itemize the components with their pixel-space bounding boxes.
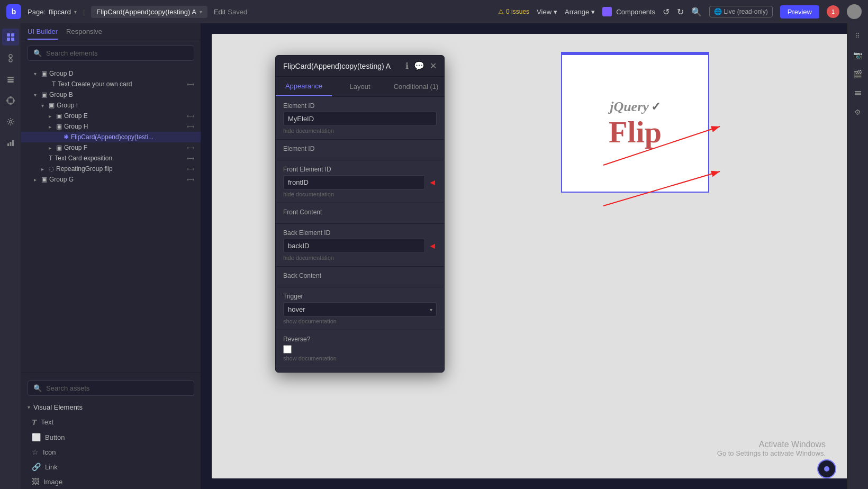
topbar-right: ⚠ 0 issues View ▾ Arrange ▾ Components ↺…	[498, 4, 862, 19]
logo: b	[6, 4, 21, 19]
visual-elements-header[interactable]: ▾ Visual Elements	[28, 400, 194, 414]
search-assets-box: 🔍	[28, 381, 194, 396]
right-icon-dots[interactable]: ⠿	[849, 28, 866, 44]
image-icon: 🖼	[32, 477, 39, 486]
activate-windows: Activate Windows Go to Settings to activ…	[717, 440, 826, 457]
tree-item-group-f[interactable]: ▸ ▣ Group F ⟷	[21, 142, 201, 153]
svg-rect-9	[7, 81, 14, 83]
edit-saved-status: Edit Saved	[214, 8, 247, 16]
arrange-button[interactable]: Arrange ▾	[565, 8, 595, 16]
prop-element-id: Element ID hide documentation	[276, 97, 444, 140]
svg-rect-8	[7, 79, 14, 80]
back-element-id-input[interactable]	[283, 239, 425, 253]
avatar[interactable]	[847, 4, 862, 19]
tree-item-group-g[interactable]: ▸ ▣ Group G ⟷	[21, 174, 201, 185]
notification-badge[interactable]: 1	[827, 5, 839, 18]
prop-reverse: Reverse? show documentation	[276, 330, 444, 367]
sidebar-item-db[interactable]	[2, 71, 19, 88]
right-icon-settings[interactable]: ⚙	[849, 104, 866, 121]
group-icon: ▣	[41, 91, 47, 98]
components-button[interactable]: Components	[602, 7, 655, 16]
sidebar-item-ui[interactable]	[2, 29, 19, 46]
chevron-down-icon[interactable]: ▾	[74, 9, 77, 15]
element-icon[interactable]: ☆ Icon	[28, 445, 194, 459]
sidebar-item-plugins[interactable]	[2, 92, 19, 109]
star-icon: ☆	[32, 448, 39, 456]
tree-item-group-h[interactable]: ▸ ▣ Group H ⟷	[21, 121, 201, 132]
group-icon: ▣	[49, 102, 55, 109]
tree-item-flipcard[interactable]: ✱ FlipCard(Append)copy(testi...	[21, 132, 201, 142]
svg-rect-14	[12, 140, 14, 146]
activate-sub: Go to Settings to activate Windows.	[717, 449, 826, 457]
front-element-id-input[interactable]	[283, 175, 425, 189]
show-doc-reverse[interactable]: show documentation	[283, 355, 437, 361]
canvas-area: jQuery ✓ Flip FlipCard(Append)copy(testi…	[201, 23, 868, 489]
component-selector[interactable]: FlipCard(Append)copy(testing) A ▾	[91, 6, 207, 18]
tree-item-text-card[interactable]: T Text Card exposition ⟷	[21, 153, 201, 164]
data-icon	[6, 53, 15, 63]
chevron-down-icon: ▾	[34, 71, 41, 77]
warning-icon: ⚠	[498, 8, 504, 15]
tree-item-group-i[interactable]: ▾ ▣ Group I	[21, 100, 201, 111]
show-doc-trigger[interactable]: show documentation	[283, 318, 437, 324]
tree-item-group-d[interactable]: ▾ ▣ Group D	[21, 68, 201, 79]
svg-rect-18	[855, 94, 861, 95]
prop-element-id-2: Element ID	[276, 140, 444, 160]
svg-rect-2	[7, 38, 10, 41]
tree-item-group-b[interactable]: ▾ ▣ Group B	[21, 89, 201, 100]
trigger-select[interactable]: hover click	[283, 302, 437, 316]
chevron-right-icon: ▸	[49, 124, 56, 130]
tab-responsive[interactable]: Responsive	[66, 28, 102, 40]
issues-badge[interactable]: ⚠ 0 issues	[498, 8, 529, 15]
live-badge[interactable]: 🌐 Live (read-only)	[709, 6, 773, 17]
undo-button[interactable]: ↺	[663, 7, 670, 17]
reverse-checkbox[interactable]	[283, 345, 292, 354]
prop-trigger: Trigger hover click ▾ show documentation	[276, 287, 444, 330]
prop-back-element-id: Back Element ID ◄ hide documentation	[276, 224, 444, 267]
info-icon[interactable]: ℹ	[405, 61, 409, 71]
close-icon[interactable]: ✕	[430, 61, 437, 71]
preview-button[interactable]: Preview	[780, 5, 819, 19]
right-icon-layers[interactable]	[849, 85, 866, 102]
search-icon: 🔍	[33, 384, 42, 392]
hide-doc-link-back[interactable]: hide documentation	[283, 255, 437, 261]
hide-doc-link-front[interactable]: hide documentation	[283, 191, 437, 197]
sidebar-item-data[interactable]	[2, 50, 19, 67]
right-icon-camera[interactable]: 📷	[849, 47, 866, 64]
element-id-input[interactable]	[283, 112, 437, 126]
element-image[interactable]: 🖼 Image	[28, 474, 194, 489]
search-elements-input[interactable]	[46, 49, 188, 57]
search-assets-input[interactable]	[46, 384, 188, 392]
tree-item-repeatinggroup[interactable]: ▸ ◌ RepeatingGroup flip ⟷	[21, 164, 201, 174]
tab-conditional[interactable]: Conditional (1)	[388, 77, 444, 96]
jquery-text: jQuery	[610, 99, 649, 115]
chevron-down-icon: ▾	[28, 404, 30, 410]
chevron-down-icon: ▾	[34, 92, 41, 98]
tab-layout[interactable]: Layout	[332, 77, 388, 96]
text-icon: T	[52, 80, 56, 88]
visual-elements-section: ▾ Visual Elements T Text ⬜ Button ☆ Icon…	[21, 400, 201, 489]
tab-ui-builder[interactable]: UI Builder	[28, 28, 58, 40]
panel-tabs-row: Appearance Layout Conditional (1)	[276, 77, 444, 97]
panel-header: FlipCard(Append)copy(testing) A ℹ 💬 ✕	[276, 56, 444, 77]
chat-icon[interactable]: 💬	[414, 61, 424, 71]
search-button[interactable]: 🔍	[691, 7, 702, 17]
element-text[interactable]: T Text	[28, 414, 194, 430]
cursor-icon	[6, 32, 15, 42]
arrow-indicator: ◄	[428, 178, 437, 187]
chart-icon	[6, 138, 15, 148]
view-button[interactable]: View ▾	[537, 8, 557, 16]
sidebar-item-settings[interactable]	[2, 113, 19, 130]
tree-item-text-create[interactable]: T Text Create your own card ⟷	[21, 79, 201, 89]
right-icon-video[interactable]: 🎬	[849, 66, 866, 83]
redo-button[interactable]: ↻	[677, 7, 684, 17]
group-icon: ▣	[56, 144, 62, 151]
hide-doc-link[interactable]: hide documentation	[283, 128, 437, 134]
tab-appearance[interactable]: Appearance	[276, 77, 332, 96]
element-button[interactable]: ⬜ Button	[28, 430, 194, 445]
panel-body: Element ID hide documentation Element ID…	[276, 97, 444, 372]
svg-point-4	[9, 55, 12, 58]
tree-item-group-e[interactable]: ▸ ▣ Group E ⟷	[21, 111, 201, 121]
sidebar-item-analytics[interactable]	[2, 134, 19, 151]
element-link[interactable]: 🔗 Link	[28, 459, 194, 474]
